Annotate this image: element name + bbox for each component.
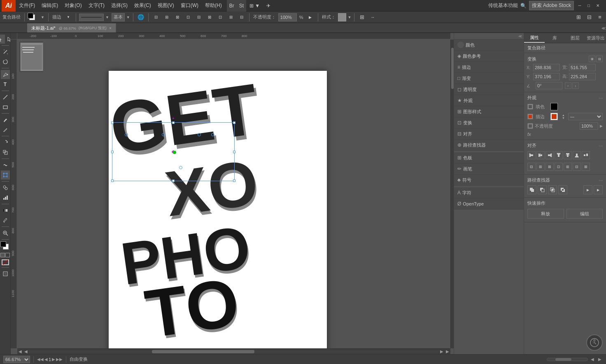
stock-btn[interactable]: St xyxy=(237,0,246,12)
style-dropdown[interactable]: ▼ xyxy=(348,15,352,19)
appearance-more-btn[interactable]: ··· xyxy=(599,96,603,100)
transform-header[interactable]: ⊡ 变换 xyxy=(454,117,524,128)
menu-edit[interactable]: 编辑(E) xyxy=(38,0,61,12)
symbol-header[interactable]: ♣ 符号 xyxy=(454,175,524,185)
transform-icon[interactable]: ↔ xyxy=(368,13,377,22)
maximize-btn[interactable]: □ xyxy=(585,2,592,9)
paintbrush-tool[interactable] xyxy=(1,115,10,124)
align2-btn[interactable]: ⊟ xyxy=(194,13,203,22)
align3-btn[interactable]: ⊠ xyxy=(205,13,214,22)
release-btn[interactable]: 释放 xyxy=(527,209,564,219)
next-page-btn2[interactable]: ▶▶ xyxy=(56,357,63,362)
stroke-dash-dropdown[interactable]: ▼ xyxy=(126,15,130,19)
stroke-preview[interactable] xyxy=(79,14,104,21)
dist-left[interactable]: ⊟ xyxy=(527,163,536,171)
distribute-top[interactable] xyxy=(582,151,590,159)
align-right-edge[interactable] xyxy=(545,151,554,159)
pf-unite[interactable] xyxy=(527,185,536,194)
transform-align-btn[interactable]: ⊟ xyxy=(596,56,603,62)
color-mode-gradient[interactable] xyxy=(5,253,10,257)
canvas-area[interactable]: -200 -100 0 100 200 300 400 500 600 700 … xyxy=(11,33,454,354)
color-ref-header[interactable]: ◈ 颜色参考 xyxy=(454,51,524,61)
rect-tool[interactable] xyxy=(1,103,10,112)
group-btn[interactable]: 编组 xyxy=(566,209,603,219)
stroke-arrows[interactable]: ▲ ▼ xyxy=(562,114,565,119)
stroke-checkbox[interactable] xyxy=(527,114,533,119)
zoom-select[interactable]: 66.67% 50% 100% xyxy=(3,356,30,363)
h-input[interactable]: 225.284 xyxy=(569,73,596,80)
menu-view[interactable]: 视图(V) xyxy=(154,0,177,12)
eyedropper-tool[interactable] xyxy=(1,216,10,225)
pen-tool[interactable] xyxy=(1,70,10,79)
pf-intersect[interactable] xyxy=(548,185,557,194)
opacity-checkbox[interactable] xyxy=(527,123,533,129)
menu-object[interactable]: 对象(O) xyxy=(61,0,85,12)
scroll-nav-btn2[interactable]: ▶ xyxy=(597,357,603,362)
style-swatch[interactable] xyxy=(338,13,346,21)
shape-builder-tool[interactable] xyxy=(1,183,10,192)
dist-more[interactable]: ⊠ xyxy=(582,163,590,171)
opacity-input[interactable] xyxy=(278,13,297,21)
pf-minus-front[interactable] xyxy=(538,185,547,194)
tab-close-btn[interactable]: × xyxy=(109,26,112,30)
fill-arrow-group[interactable]: ▼ xyxy=(41,15,44,19)
toolbar-more[interactable]: ≡ xyxy=(595,13,604,22)
opacity-arrow[interactable]: ▶ xyxy=(306,13,315,22)
tab-assets[interactable]: 资源导出 xyxy=(585,33,606,43)
stroke-header[interactable]: ≡ 描边 xyxy=(454,62,524,72)
artboard-tool[interactable] xyxy=(1,269,10,278)
workspace-dropdown[interactable]: 传统基本功能 xyxy=(488,2,518,9)
pathfinder-expand-btn[interactable]: ▶ xyxy=(583,185,592,194)
opacity-chevron[interactable]: ▶ xyxy=(600,124,603,128)
align-left-btn[interactable]: ⊟ xyxy=(152,13,161,22)
stroke-weight-dropdown[interactable]: ▼ xyxy=(105,15,109,19)
tab-library[interactable]: 库 xyxy=(545,33,565,43)
dist-bottom[interactable]: ⊟ xyxy=(573,163,581,171)
stroke-type-select[interactable]: — -- xyxy=(568,113,603,120)
dist-h-center[interactable]: ⊞ xyxy=(536,163,545,171)
fill-checkbox[interactable] xyxy=(527,104,533,110)
flip-h-btn[interactable]: ↔ xyxy=(565,82,571,89)
search-icon[interactable]: 🔍 xyxy=(520,3,527,9)
pathfinder-header[interactable]: ⊕ 路径查找器 xyxy=(454,140,524,150)
color-swatches[interactable] xyxy=(0,241,10,251)
warp-tool[interactable] xyxy=(1,161,10,170)
pathfinder-collapse-btn[interactable]: ▶ xyxy=(594,185,603,194)
global-colors-btn[interactable]: 🌐 xyxy=(136,13,145,22)
line-tool[interactable] xyxy=(1,93,10,102)
gradient-header[interactable]: □ 渐变 xyxy=(454,73,524,84)
stroke-dropdown[interactable]: ▼ xyxy=(64,13,73,22)
scroll-right-btn3[interactable]: ▶ xyxy=(445,349,450,355)
arrange-btn[interactable]: ⊞ ▼ xyxy=(246,0,263,12)
align-right-btn[interactable]: ⊠ xyxy=(173,13,182,22)
fill-swatch[interactable] xyxy=(550,103,558,110)
flip-v-btn[interactable]: ↕ xyxy=(572,82,579,89)
align4-btn[interactable]: ⊡ xyxy=(216,13,225,22)
panel-collapse-btn[interactable]: ≪ xyxy=(518,34,522,38)
color-header[interactable]: 颜色 xyxy=(454,40,524,50)
align-center-btn[interactable]: ⊞ xyxy=(162,13,171,22)
scroll-right-btn2[interactable]: ▶ xyxy=(439,349,445,355)
w-input[interactable]: 516.755 xyxy=(569,64,596,71)
char-header[interactable]: A 字符 xyxy=(454,187,524,198)
type-tool[interactable]: T xyxy=(1,80,10,89)
dist-top[interactable]: ⊡ xyxy=(555,163,563,171)
menu-effect[interactable]: 效果(C) xyxy=(131,0,154,12)
h-scroll-indicator[interactable] xyxy=(547,358,588,361)
opacity-props-input[interactable]: 100% xyxy=(580,122,598,130)
menu-file[interactable]: 文件(F) xyxy=(16,0,38,12)
pencil-tool[interactable] xyxy=(1,125,10,134)
transparency-header[interactable]: ◻ 透明度 xyxy=(454,84,524,95)
align-bottom-edge[interactable] xyxy=(573,151,581,159)
align6-btn[interactable]: ⊟ xyxy=(237,13,246,22)
bridge-btn[interactable]: Br xyxy=(227,0,237,12)
scale-tool[interactable] xyxy=(1,148,10,157)
dist-v-center[interactable]: ⊞ xyxy=(564,163,572,171)
tab-properties[interactable]: 属性 xyxy=(524,33,545,43)
graphic-style-header[interactable]: ⊞ 图形样式 xyxy=(454,106,524,117)
swatches-header[interactable]: ⊞ 色板 xyxy=(454,152,524,163)
prev-page-btn2[interactable]: ◀ xyxy=(44,357,48,362)
share-btn[interactable]: ✈ xyxy=(263,0,274,12)
lasso-tool[interactable] xyxy=(1,57,10,66)
dist-right[interactable]: ⊠ xyxy=(545,163,554,171)
